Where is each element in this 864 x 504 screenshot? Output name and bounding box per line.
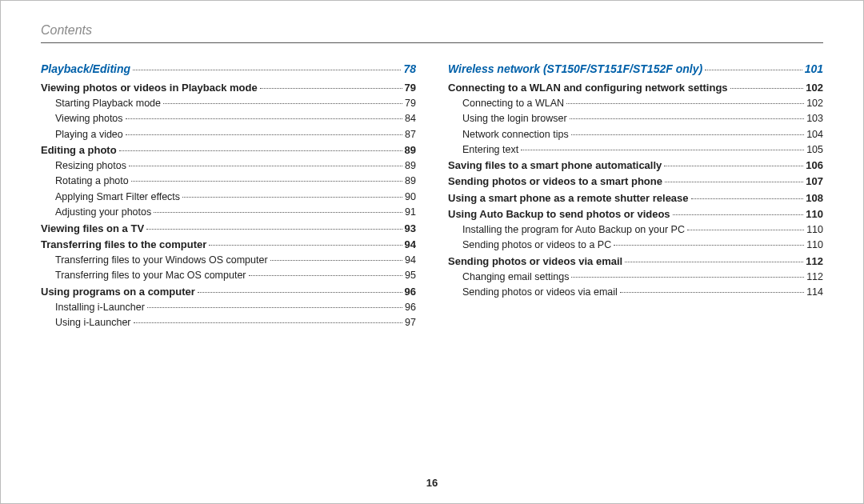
toc-subentry[interactable]: Network connection tips 104 [448, 127, 823, 142]
toc-entry-page: 103 [806, 111, 823, 126]
toc-entry-page: 94 [405, 237, 416, 253]
toc-entry-page: 114 [806, 285, 823, 300]
toc-entry-label: Starting Playback mode [55, 96, 161, 111]
leader-dots [198, 292, 402, 293]
leader-dots [705, 70, 802, 70]
toc-entry[interactable]: Sending photos or videos via email 112 [448, 254, 823, 270]
toc-subentry[interactable]: Installing the program for Auto Backup o… [448, 222, 823, 238]
toc-entry-label: Resizing photos [55, 158, 126, 174]
toc-entry-label: Rotating a photo [55, 174, 129, 189]
toc-subentry[interactable]: Adjusting your photos 91 [41, 205, 416, 220]
toc-section[interactable]: Wireless network (ST150F/ST151F/ST152F o… [448, 61, 823, 78]
toc-section-label: Wireless network (ST150F/ST151F/ST152F o… [448, 61, 702, 78]
leader-dots [129, 166, 402, 166]
toc-entry[interactable]: Saving files to a smart phone automatica… [448, 158, 823, 174]
toc-subentry[interactable]: Playing a video 87 [41, 127, 416, 142]
toc-subentry[interactable]: Using the login browser 103 [448, 111, 823, 126]
toc-entry-page: 91 [405, 205, 416, 220]
toc-entry-label: Viewing photos or videos in Playback mod… [41, 80, 258, 96]
toc-entry[interactable]: Editing a photo 89 [41, 142, 416, 158]
leader-dots [571, 277, 804, 278]
toc-entry-label: Using i-Launcher [55, 315, 131, 330]
toc-entry[interactable]: Connecting to a WLAN and configuring net… [448, 80, 823, 96]
leader-dots [665, 182, 803, 182]
toc-entry-label: Editing a photo [41, 142, 117, 158]
leader-dots [691, 198, 804, 199]
toc-entry-page: 108 [806, 190, 823, 206]
toc-entry[interactable]: Using a smart phone as a remote shutter … [448, 190, 823, 206]
toc-section-label: Playback/Editing [41, 61, 130, 78]
page-title: Contents [41, 23, 823, 43]
toc-subentry[interactable]: Starting Playback mode 79 [41, 96, 416, 111]
toc-entry-label: Transferring files to the computer [41, 237, 206, 253]
leader-dots [673, 214, 804, 215]
toc-entry[interactable]: Transferring files to the computer 94 [41, 237, 416, 253]
toc-entry-page: 112 [806, 254, 823, 270]
toc-entry[interactable]: Sending photos or videos to a smart phon… [448, 174, 823, 190]
leader-dots [182, 197, 402, 198]
toc-entry-label: Viewing photos [55, 111, 123, 126]
toc-entry-label: Sending photos or videos via email [462, 285, 618, 300]
toc-entry[interactable]: Viewing photos or videos in Playback mod… [41, 80, 416, 96]
leader-dots [147, 307, 402, 308]
toc-subentry[interactable]: Using i-Launcher 97 [41, 315, 416, 330]
toc-subentry[interactable]: Applying Smart Filter effects 90 [41, 190, 416, 205]
leader-dots [730, 88, 804, 89]
toc-entry-page: 107 [806, 174, 823, 190]
toc-list: Viewing photos or videos in Playback mod… [41, 80, 416, 331]
toc-entry-page: 102 [806, 96, 823, 111]
leader-dots [566, 103, 804, 104]
toc-columns: Playback/Editing 78 Viewing photos or vi… [41, 61, 823, 331]
toc-entry-page: 79 [405, 80, 416, 96]
toc-entry-page: 95 [405, 268, 416, 283]
leader-dots [126, 118, 403, 119]
toc-entry-label: Entering text [462, 142, 518, 158]
toc-section[interactable]: Playback/Editing 78 [41, 61, 416, 78]
leader-dots [625, 262, 803, 262]
toc-entry-page: 112 [806, 270, 823, 285]
toc-entry-label: Network connection tips [462, 127, 569, 142]
toc-subentry[interactable]: Sending photos or videos via email 114 [448, 285, 823, 300]
toc-entry-label: Installing the program for Auto Backup o… [462, 222, 685, 238]
toc-entry-page: 110 [806, 206, 823, 222]
toc-entry-label: Using Auto Backup to send photos or vide… [448, 206, 670, 222]
toc-subentry[interactable]: Entering text 105 [448, 142, 823, 158]
toc-entry-label: Transferring files to your Windows OS co… [55, 253, 268, 268]
leader-dots [620, 292, 804, 293]
toc-entry-page: 89 [405, 142, 416, 158]
toc-entry-label: Sending photos or videos to a PC [462, 238, 611, 253]
toc-entry-page: 106 [806, 158, 823, 174]
toc-subentry[interactable]: Resizing photos 89 [41, 158, 416, 174]
toc-subentry[interactable]: Installing i-Launcher 96 [41, 300, 416, 315]
toc-subentry[interactable]: Connecting to a WLAN 102 [448, 96, 823, 111]
toc-entry-label: Saving files to a smart phone automatica… [448, 158, 662, 174]
toc-entry-label: Transferring files to your Mac OS comput… [55, 268, 246, 283]
leader-dots [209, 245, 402, 246]
toc-entry-page: 84 [405, 111, 416, 126]
toc-section-page: 101 [805, 61, 823, 78]
toc-section-page: 78 [403, 61, 416, 78]
toc-subentry[interactable]: Changing email settings 112 [448, 270, 823, 285]
toc-entry-label: Using a smart phone as a remote shutter … [448, 190, 689, 206]
toc-entry[interactable]: Using Auto Backup to send photos or vide… [448, 206, 823, 222]
toc-subentry[interactable]: Viewing photos 84 [41, 111, 416, 126]
toc-entry[interactable]: Using programs on a computer 96 [41, 284, 416, 300]
toc-subentry[interactable]: Transferring files to your Windows OS co… [41, 253, 416, 268]
toc-subentry[interactable]: Rotating a photo 89 [41, 174, 416, 189]
toc-entry-page: 89 [405, 174, 416, 189]
leader-dots [521, 150, 804, 150]
toc-subentry[interactable]: Sending photos or videos to a PC 110 [448, 238, 823, 253]
toc-entry-label: Viewing files on a TV [41, 221, 144, 237]
toc-entry-label: Connecting to a WLAN and configuring net… [448, 80, 728, 96]
leader-dots [133, 70, 401, 70]
leader-dots [664, 166, 803, 166]
leader-dots [571, 134, 804, 135]
toc-entry-page: 110 [806, 222, 823, 238]
toc-entry-label: Sending photos or videos to a smart phon… [448, 174, 662, 190]
toc-entry-page: 97 [405, 315, 416, 330]
toc-entry[interactable]: Viewing files on a TV 93 [41, 221, 416, 237]
toc-entry-page: 90 [405, 190, 416, 205]
toc-subentry[interactable]: Transferring files to your Mac OS comput… [41, 268, 416, 283]
toc-entry-label: Applying Smart Filter effects [55, 190, 180, 205]
toc-entry-label: Sending photos or videos via email [448, 254, 622, 270]
